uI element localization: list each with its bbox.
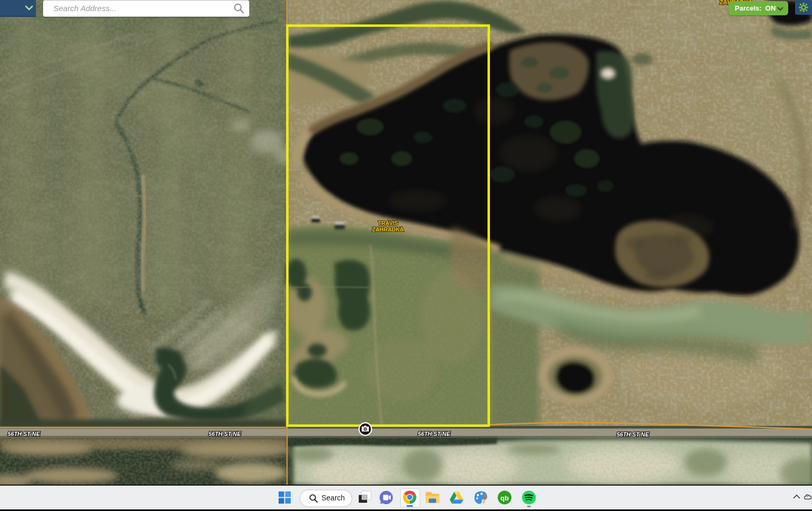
svg-text:56TH ST NE: 56TH ST NE	[616, 431, 649, 438]
svg-text:TRAVIS: TRAVIS	[378, 220, 398, 226]
svg-text:56TH ST NE: 56TH ST NE	[208, 431, 241, 437]
svg-text:ZAHRADKA: ZAHRADKA	[372, 226, 404, 233]
svg-text:qb: qb	[501, 494, 509, 502]
svg-text:56TH ST NE: 56TH ST NE	[7, 431, 40, 437]
svg-text:56TH ST NE: 56TH ST NE	[418, 431, 450, 437]
